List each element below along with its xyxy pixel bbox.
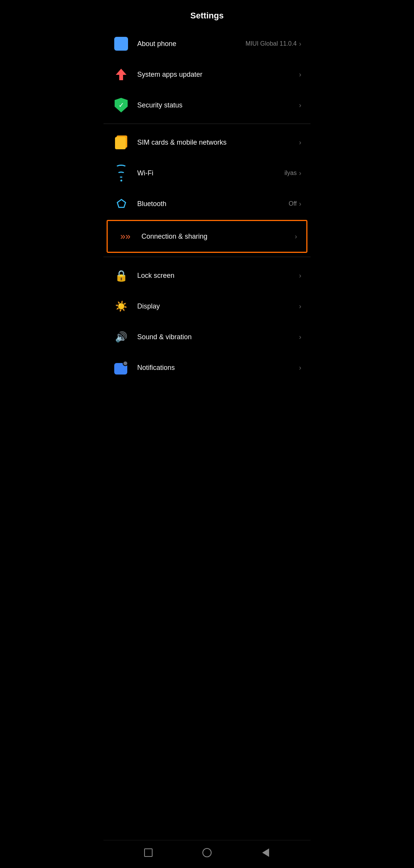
settings-item-display[interactable]: ☀️ Display › xyxy=(104,291,310,322)
settings-item-sim-cards[interactable]: SIM cards & mobile networks › xyxy=(104,127,310,158)
settings-item-connection-sharing[interactable]: »» Connection & sharing › xyxy=(107,220,307,253)
page-title: Settings xyxy=(104,0,310,28)
phone-icon xyxy=(113,35,130,52)
wifi-chevron: › xyxy=(299,169,301,177)
security-chevron: › xyxy=(299,101,301,109)
display-icon: ☀️ xyxy=(113,298,130,315)
sound-chevron: › xyxy=(299,333,301,341)
connection-chevron: › xyxy=(295,233,297,241)
sound-icon: 🔊 xyxy=(113,328,130,345)
settings-item-system-apps-updater[interactable]: System apps updater › xyxy=(104,59,310,90)
about-phone-label: About phone xyxy=(137,40,246,48)
wifi-label: Wi-Fi xyxy=(137,169,284,177)
connection-sharing-label: Connection & sharing xyxy=(141,233,295,241)
notifications-label: Notifications xyxy=(137,364,299,372)
divider-1 xyxy=(104,124,310,124)
home-icon xyxy=(202,848,212,857)
connection-icon: »» xyxy=(117,228,134,245)
notif-icon xyxy=(113,359,130,376)
about-phone-chevron: › xyxy=(299,40,301,48)
notifications-chevron: › xyxy=(299,364,301,372)
sim-icon xyxy=(113,134,130,151)
update-icon xyxy=(113,66,130,83)
system-apps-chevron: › xyxy=(299,71,301,79)
settings-item-wifi[interactable]: Wi-Fi ilyas › xyxy=(104,158,310,188)
security-icon: ✓ xyxy=(113,97,130,114)
lock-icon: 🔒 xyxy=(113,267,130,284)
nav-recents-button[interactable] xyxy=(142,847,154,859)
back-icon xyxy=(262,848,269,857)
sim-cards-label: SIM cards & mobile networks xyxy=(137,139,299,147)
recents-icon xyxy=(144,848,153,857)
sound-vibration-label: Sound & vibration xyxy=(137,333,299,341)
display-chevron: › xyxy=(299,302,301,310)
bluetooth-chevron: › xyxy=(299,200,301,208)
lock-chevron: › xyxy=(299,272,301,280)
wifi-icon xyxy=(113,165,130,182)
settings-item-lock-screen[interactable]: 🔒 Lock screen › xyxy=(104,260,310,291)
bluetooth-icon: ⬠ xyxy=(113,195,130,212)
about-phone-value: MIUI Global 11.0.4 xyxy=(246,40,297,47)
security-status-label: Security status xyxy=(137,101,299,109)
nav-home-button[interactable] xyxy=(201,847,213,859)
settings-item-sound-vibration[interactable]: 🔊 Sound & vibration › xyxy=(104,322,310,352)
settings-item-bluetooth[interactable]: ⬠ Bluetooth Off › xyxy=(104,188,310,219)
settings-item-security-status[interactable]: ✓ Security status › xyxy=(104,90,310,120)
settings-item-about-phone[interactable]: About phone MIUI Global 11.0.4 › xyxy=(104,28,310,59)
divider-2 xyxy=(104,257,310,257)
system-apps-label: System apps updater xyxy=(137,71,299,79)
bluetooth-value: Off xyxy=(289,200,297,207)
display-label: Display xyxy=(137,302,299,310)
nav-back-button[interactable] xyxy=(260,847,272,859)
settings-list: About phone MIUI Global 11.0.4 › System … xyxy=(104,28,310,840)
settings-item-notifications[interactable]: Notifications › xyxy=(104,352,310,383)
nav-bar xyxy=(104,840,310,868)
wifi-value: ilyas xyxy=(284,170,297,177)
sim-chevron: › xyxy=(299,139,301,147)
lock-screen-label: Lock screen xyxy=(137,272,299,280)
bluetooth-label: Bluetooth xyxy=(137,200,289,208)
